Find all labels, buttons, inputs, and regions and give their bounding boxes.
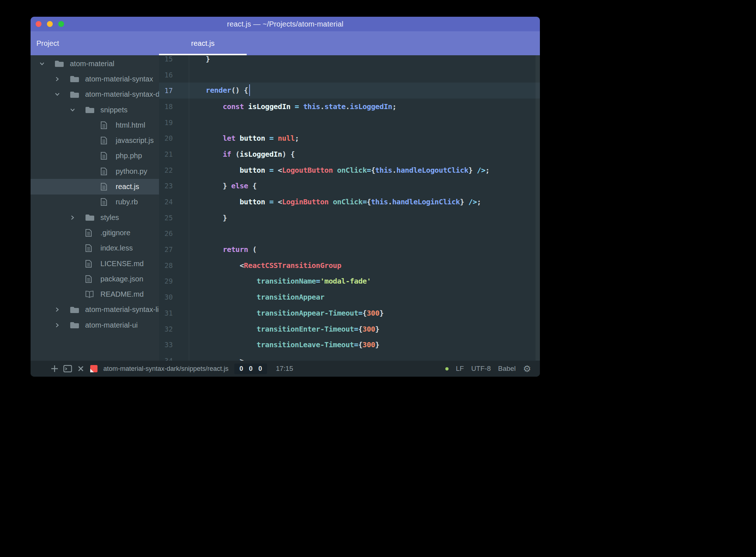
tab-react-js[interactable]: react.js (159, 31, 247, 55)
tree-item-snippets[interactable]: snippets (31, 102, 159, 117)
book-icon (85, 290, 100, 298)
file-icon (100, 152, 116, 160)
tree-item-html.html[interactable]: html.html (31, 117, 159, 133)
tree-item-label: atom-material-syntax (85, 75, 153, 83)
window-title: react.js — ~/Projects/atom-material (31, 20, 540, 28)
code-line-22[interactable]: 22 button = <LogoutButton onClick={this.… (159, 162, 540, 178)
minimize-window-button[interactable] (47, 21, 53, 27)
code-line-27[interactable]: 27 return ( (159, 241, 540, 257)
tab-label: react.js (191, 39, 214, 48)
code-line-32[interactable]: 32 transitionEnter-Timeout={300} (159, 321, 540, 337)
folder-icon (85, 214, 100, 221)
tree-item-ruby.rb[interactable]: ruby.rb (31, 195, 159, 210)
code-line-33[interactable]: 33 transitionLeave-Timeout={300} (159, 337, 540, 353)
line-number: 20 (159, 134, 189, 142)
code-line-29[interactable]: 29 transitionName='modal-fade' (159, 273, 540, 289)
code-line-17[interactable]: 17 render() { (159, 83, 540, 99)
line-number: 33 (159, 341, 189, 349)
line-ending-selector[interactable]: LF (456, 365, 464, 373)
code-line-18[interactable]: 18 const isLoggedIn = this.state.isLogge… (159, 99, 540, 115)
plus-icon[interactable] (50, 364, 59, 373)
tree-item-python.py[interactable]: python.py (31, 164, 159, 179)
grammar-selector[interactable]: Babel (498, 365, 516, 373)
code-line-24[interactable]: 24 button = <LoginButton onClick={this.h… (159, 194, 540, 210)
code-line-26[interactable]: 26 (159, 226, 540, 242)
encoding-selector[interactable]: UTF-8 (471, 365, 491, 373)
code-text: transitionAppear (189, 293, 325, 301)
file-icon (100, 121, 116, 129)
tree-item-label: php.php (116, 152, 142, 160)
tree-item-atom-material-ui[interactable]: atom-material-ui (31, 317, 159, 333)
tree-item-atom-material-syntax[interactable]: atom-material-syntax (31, 71, 159, 87)
code-text: > (189, 356, 244, 361)
tree-item-LICENSE.md[interactable]: LICENSE.md (31, 256, 159, 271)
tree-item-package.json[interactable]: package.json (31, 271, 159, 286)
file-icon (85, 244, 100, 252)
code-line-15[interactable]: 15 } (159, 55, 540, 67)
file-tree: atom-materialatom-material-syntaxatom-ma… (31, 55, 159, 361)
chevron-right-icon[interactable] (55, 76, 70, 82)
chevron-down-icon[interactable] (55, 92, 70, 97)
code-text: transitionLeave-Timeout={300} (189, 340, 379, 349)
code-line-20[interactable]: 20 let button = null; (159, 130, 540, 146)
tree-item-label: atom-material-syntax-light (85, 305, 159, 314)
code-text: transitionEnter-Timeout={300} (189, 325, 379, 333)
line-number: 25 (159, 214, 189, 222)
tree-item-atom-material-syntax-dark[interactable]: atom-material-syntax-dark (31, 87, 159, 102)
tree-item-.gitignore[interactable]: .gitignore (31, 225, 159, 240)
package-icon[interactable] (89, 364, 98, 373)
git-change-counts[interactable]: 0 0 0 (234, 364, 267, 374)
chevron-right-icon[interactable] (70, 215, 85, 220)
tree-item-styles[interactable]: styles (31, 210, 159, 225)
close-icon[interactable] (76, 364, 85, 373)
code-line-30[interactable]: 30 transitionAppear (159, 289, 540, 305)
line-number: 15 (159, 55, 189, 63)
tree-item-atom-material-syntax-light[interactable]: atom-material-syntax-light (31, 302, 159, 317)
tree-item-label: styles (100, 213, 119, 222)
zoom-window-button[interactable] (58, 21, 64, 27)
tree-item-php.php[interactable]: php.php (31, 148, 159, 164)
tree-item-label: LICENSE.md (100, 260, 144, 268)
tree-item-atom-material[interactable]: atom-material (31, 56, 159, 71)
code-line-19[interactable]: 19 (159, 115, 540, 131)
line-number: 28 (159, 261, 189, 269)
close-window-button[interactable] (36, 21, 41, 27)
chevron-right-icon[interactable] (55, 322, 70, 328)
folder-icon (85, 106, 100, 113)
tree-item-label: ruby.rb (116, 198, 138, 206)
code-line-28[interactable]: 28 <ReactCSSTransitionGroup (159, 257, 540, 273)
line-number: 26 (159, 229, 189, 237)
line-number: 29 (159, 277, 189, 285)
git-count-added: 0 (239, 365, 243, 373)
file-icon (100, 198, 116, 206)
window-controls (36, 17, 64, 31)
tree-item-label: react.js (116, 183, 139, 191)
chevron-down-icon[interactable] (70, 107, 85, 113)
tree-item-README.md[interactable]: README.md (31, 286, 159, 302)
chevron-down-icon[interactable] (39, 61, 55, 67)
editor[interactable]: 15 }1617 render() {18 const isLoggedIn =… (159, 55, 540, 361)
code-line-34[interactable]: 34 > (159, 353, 540, 361)
tree-item-react.js[interactable]: react.js (31, 179, 159, 194)
code-line-25[interactable]: 25 } (159, 210, 540, 226)
terminal-icon[interactable] (63, 364, 72, 373)
code-text: transitionAppear-Timeout={300} (189, 309, 384, 317)
tree-item-javascript.js[interactable]: javascript.js (31, 133, 159, 148)
tree-item-label: atom-material-syntax-dark (85, 90, 159, 99)
tree-item-label: javascript.js (116, 136, 154, 145)
chevron-right-icon[interactable] (55, 307, 70, 312)
code-line-21[interactable]: 21 if (isLoggedIn) { (159, 146, 540, 162)
settings-gear-icon[interactable]: ⚙ (523, 364, 531, 373)
tree-item-label: atom-material-ui (85, 321, 138, 329)
cursor-position[interactable]: 17:15 (276, 365, 293, 373)
code-line-23[interactable]: 23 } else { (159, 178, 540, 194)
line-number: 17 (159, 87, 189, 95)
editor-scrollbar[interactable] (536, 55, 540, 361)
tree-item-index.less[interactable]: index.less (31, 241, 159, 256)
code-line-31[interactable]: 31 transitionAppear-Timeout={300} (159, 305, 540, 321)
code-text: <ReactCSSTransitionGroup (189, 261, 341, 270)
code-line-16[interactable]: 16 (159, 67, 540, 83)
folder-icon (55, 60, 70, 67)
tree-item-label: html.html (116, 121, 145, 129)
code-text: } else { (189, 181, 256, 190)
